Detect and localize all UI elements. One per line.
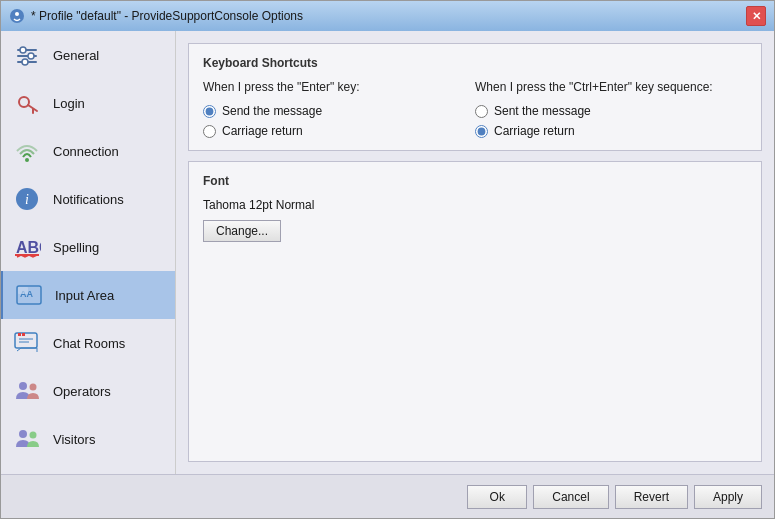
svg-point-23 <box>19 382 27 390</box>
carriage-enter-row: Carriage return <box>203 124 475 138</box>
sidebar-label-notifications: Notifications <box>53 192 124 207</box>
input-icon: AA <box>13 279 45 311</box>
sidebar-item-login[interactable]: Login <box>1 79 175 127</box>
send-ctrl-row: Sent the message <box>475 104 747 118</box>
svg-point-5 <box>20 47 26 53</box>
sidebar-item-notifications[interactable]: i Notifications <box>1 175 175 223</box>
sidebar-label-spelling: Spelling <box>53 240 99 255</box>
keyboard-grid: When I press the "Enter" key: Send the m… <box>203 80 747 138</box>
sidebar-item-geo-location[interactable]: Geo-Location <box>1 463 175 474</box>
svg-point-24 <box>30 384 37 391</box>
svg-rect-20 <box>22 333 25 336</box>
svg-point-6 <box>28 53 34 59</box>
send-enter-label: Send the message <box>222 104 322 118</box>
keyboard-shortcuts-title: Keyboard Shortcuts <box>203 56 747 70</box>
carriage-ctrl-label: Carriage return <box>494 124 575 138</box>
carriage-enter-radio[interactable] <box>203 125 216 138</box>
carriage-enter-label: Carriage return <box>222 124 303 138</box>
kb-column-left: When I press the "Enter" key: Send the m… <box>203 80 475 138</box>
sidebar: General Login <box>1 31 176 474</box>
font-value: Tahoma 12pt Normal <box>203 198 747 212</box>
key-icon <box>11 87 43 119</box>
ok-button[interactable]: Ok <box>467 485 527 509</box>
sidebar-item-input-area[interactable]: AA Input Area <box>1 271 175 319</box>
sidebar-label-chat-rooms: Chat Rooms <box>53 336 125 351</box>
content-area: Keyboard Shortcuts When I press the "Ent… <box>176 31 774 474</box>
svg-text:i: i <box>25 192 29 207</box>
enter-key-label: When I press the "Enter" key: <box>203 80 475 94</box>
title-bar-left: * Profile "default" - ProvideSupportCons… <box>9 8 303 24</box>
info-icon: i <box>11 183 43 215</box>
sidebar-label-connection: Connection <box>53 144 119 159</box>
visitors-icon <box>11 423 43 455</box>
close-button[interactable]: ✕ <box>746 6 766 26</box>
spelling-icon: ABC <box>11 231 43 263</box>
carriage-ctrl-radio[interactable] <box>475 125 488 138</box>
main-content: General Login <box>1 31 774 474</box>
sidebar-item-spelling[interactable]: ABC Spelling <box>1 223 175 271</box>
title-bar: * Profile "default" - ProvideSupportCons… <box>1 1 774 31</box>
sliders-icon <box>11 39 43 71</box>
font-title: Font <box>203 174 747 188</box>
carriage-ctrl-row: Carriage return <box>475 124 747 138</box>
sidebar-label-operators: Operators <box>53 384 111 399</box>
sidebar-label-login: Login <box>53 96 85 111</box>
send-enter-radio[interactable] <box>203 105 216 118</box>
keyboard-shortcuts-panel: Keyboard Shortcuts When I press the "Ent… <box>188 43 762 151</box>
send-ctrl-radio[interactable] <box>475 105 488 118</box>
svg-point-25 <box>19 430 27 438</box>
svg-point-7 <box>22 59 28 65</box>
operators-icon <box>11 375 43 407</box>
change-font-button[interactable]: Change... <box>203 220 281 242</box>
svg-point-1 <box>15 12 19 16</box>
svg-point-11 <box>25 158 29 162</box>
main-window: * Profile "default" - ProvideSupportCons… <box>0 0 775 519</box>
sidebar-label-input-area: Input Area <box>55 288 114 303</box>
sidebar-item-visitors[interactable]: Visitors <box>1 415 175 463</box>
send-ctrl-label: Sent the message <box>494 104 591 118</box>
sidebar-item-operators[interactable]: Operators <box>1 367 175 415</box>
ctrl-enter-label: When I press the "Ctrl+Enter" key sequen… <box>475 80 747 94</box>
sidebar-label-visitors: Visitors <box>53 432 95 447</box>
send-enter-row: Send the message <box>203 104 475 118</box>
sidebar-item-connection[interactable]: Connection <box>1 127 175 175</box>
apply-button[interactable]: Apply <box>694 485 762 509</box>
sidebar-item-general[interactable]: General <box>1 31 175 79</box>
sidebar-label-general: General <box>53 48 99 63</box>
app-icon <box>9 8 25 24</box>
cancel-button[interactable]: Cancel <box>533 485 608 509</box>
window-title: * Profile "default" - ProvideSupportCons… <box>31 9 303 23</box>
svg-text:ABC: ABC <box>16 239 41 256</box>
font-panel: Font Tahoma 12pt Normal Change... <box>188 161 762 462</box>
svg-point-26 <box>30 432 37 439</box>
sidebar-scroll[interactable]: General Login <box>1 31 175 474</box>
wifi-icon <box>11 135 43 167</box>
svg-rect-17 <box>18 287 28 294</box>
sidebar-item-chat-rooms[interactable]: Chat Rooms <box>1 319 175 367</box>
chat-icon <box>11 327 43 359</box>
svg-rect-19 <box>18 333 21 336</box>
bottom-bar: Ok Cancel Revert Apply <box>1 474 774 518</box>
revert-button[interactable]: Revert <box>615 485 688 509</box>
kb-column-right: When I press the "Ctrl+Enter" key sequen… <box>475 80 747 138</box>
